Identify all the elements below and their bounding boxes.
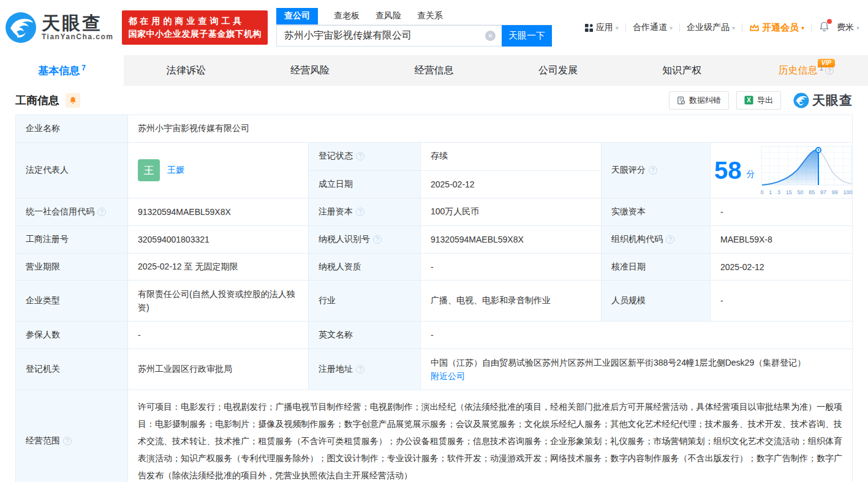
document-edit-icon bbox=[677, 96, 685, 105]
clear-search-icon[interactable]: ✕ bbox=[485, 31, 496, 41]
page-header: 天眼查 TianYanCha.com 都在用的商业查询工具 国家中小企业发展子基… bbox=[0, 0, 868, 55]
legal-rep-link[interactable]: 王媛 bbox=[167, 165, 184, 176]
export-button[interactable]: X 导出 bbox=[736, 91, 781, 110]
tab-legal-proceedings[interactable]: 法律诉讼 bbox=[124, 55, 247, 86]
tianyancha-logo[interactable]: 天眼查 TianYanCha.com bbox=[5, 12, 113, 43]
table-row: 企业类型 有限责任公司(自然人投资或控股的法人独资) 行业 广播、电视、电影和录… bbox=[16, 281, 853, 322]
tab-history-info[interactable]: VIP 历史信息 1 ? bbox=[744, 55, 868, 86]
search-button[interactable]: 天眼一下 bbox=[502, 25, 552, 47]
nav-user-menu[interactable]: 费米 ▾ bbox=[837, 22, 859, 33]
export-label: 导出 bbox=[757, 95, 773, 106]
nav-apps-label: 应用 bbox=[596, 22, 613, 33]
staff-size-label: 人员规模 bbox=[602, 281, 711, 322]
staff-size-value: - bbox=[711, 281, 853, 322]
nav-vip-label: 开通会员 bbox=[762, 22, 799, 34]
tab-label: 经营信息 bbox=[414, 64, 453, 77]
table-row: 法定代表人 王 王媛 登记状态? 存续 天眼评分? 58 分 bbox=[16, 143, 853, 171]
help-icon[interactable]: ? bbox=[649, 166, 657, 175]
help-icon[interactable]: ? bbox=[666, 235, 674, 244]
nav-enterprise-products[interactable]: 企业级产品 ▾ bbox=[687, 22, 735, 33]
taxpayer-id-label: 纳税人识别号? bbox=[309, 226, 421, 254]
insured-count-label: 参保人数 bbox=[16, 322, 128, 349]
table-row: 营业期限 2025-02-12 至 无固定期限 纳税人资质 - 核准日期 202… bbox=[16, 254, 853, 281]
reg-address-label: 注册地址? bbox=[309, 349, 421, 390]
divider bbox=[679, 23, 680, 32]
insured-count-value: - bbox=[128, 322, 309, 349]
data-correction-button[interactable]: 数据纠错 bbox=[669, 91, 729, 110]
nav-cooperation-label: 合作通道 bbox=[633, 22, 667, 33]
table-row: 经营范围? 许可项目：电影发行；电视剧发行；广播电视节目制作经营；电视剧制作；演… bbox=[16, 390, 853, 482]
industry-value: 广播、电视、电影和录音制作业 bbox=[421, 281, 602, 322]
company-name-label: 企业名称 bbox=[16, 115, 128, 143]
subscribe-bell-button[interactable] bbox=[66, 93, 80, 108]
tianyan-score-label: 天眼评分? bbox=[602, 143, 711, 198]
tab-intellectual-property[interactable]: 知识产权 bbox=[620, 55, 744, 86]
section-title: 工商信息 bbox=[15, 93, 59, 108]
search-tabs: 查公司 查老板 查风险 查关系 bbox=[276, 9, 552, 25]
svg-text:X: X bbox=[747, 97, 751, 104]
divider bbox=[742, 23, 742, 32]
tab-label: 法律诉讼 bbox=[167, 64, 206, 77]
reg-address-value: 中国（江苏）自由贸易试验区苏州片区苏州工业园区新平街388号24幢1层北侧Des… bbox=[431, 358, 806, 367]
org-code-label: 组织机构代码? bbox=[602, 226, 711, 254]
chevron-down-icon: ▾ bbox=[616, 24, 619, 31]
notifications-bell[interactable] bbox=[818, 21, 830, 34]
score-axis-ticks: 01 315 5085 9799 100 bbox=[760, 189, 853, 195]
business-term-value: 2025-02-12 至 无固定期限 bbox=[128, 254, 309, 281]
approval-date-label: 核准日期 bbox=[602, 254, 711, 281]
search-tab-company[interactable]: 查公司 bbox=[276, 8, 318, 24]
tab-business-risk[interactable]: 经营风险 bbox=[248, 55, 372, 86]
chevron-down-icon: ▾ bbox=[732, 24, 735, 31]
help-icon[interactable]: ? bbox=[373, 235, 382, 244]
help-icon[interactable]: ? bbox=[97, 208, 106, 216]
table-row: 参保人数 - 英文名称 - bbox=[16, 322, 853, 349]
bell-icon bbox=[69, 96, 77, 105]
tianyancha-logo-icon bbox=[793, 92, 809, 108]
help-icon[interactable]: ? bbox=[63, 437, 72, 445]
search-input[interactable] bbox=[276, 25, 502, 47]
search-tab-boss[interactable]: 查老板 bbox=[334, 10, 360, 24]
tab-label: 历史信息 bbox=[778, 64, 817, 77]
nav-enterprise-label: 企业级产品 bbox=[687, 22, 730, 33]
crown-icon bbox=[749, 23, 760, 32]
logo-name: 天眼查 bbox=[42, 14, 113, 32]
nav-cooperation[interactable]: 合作通道 ▾ bbox=[633, 22, 673, 33]
tab-label: 基本信息 bbox=[38, 64, 80, 78]
search-tab-relation[interactable]: 查关系 bbox=[417, 10, 443, 24]
nav-vip-upgrade[interactable]: 开通会员 ▾ bbox=[749, 22, 804, 34]
tab-company-development[interactable]: 公司发展 bbox=[496, 55, 620, 86]
help-icon[interactable]: ? bbox=[825, 66, 834, 75]
divider bbox=[811, 23, 812, 32]
business-term-label: 营业期限 bbox=[16, 254, 128, 281]
business-info-section-header: 工商信息 数据纠错 X 导出 bbox=[0, 86, 868, 115]
business-scope-label: 经营范围? bbox=[16, 390, 128, 482]
chevron-down-icon: ▾ bbox=[801, 24, 804, 31]
establish-date-value: 2025-02-12 bbox=[421, 170, 602, 198]
reg-capital-label: 注册资本? bbox=[309, 198, 421, 226]
table-row: 登记机关 苏州工业园区行政审批局 注册地址? 中国（江苏）自由贸易试验区苏州片区… bbox=[16, 349, 853, 390]
credit-code-value: 91320594MAEBL59X8X bbox=[128, 198, 309, 226]
tianyan-score-chart: 01 315 5085 9799 100 bbox=[760, 145, 853, 195]
tab-business-info[interactable]: 经营信息 bbox=[372, 55, 496, 86]
nearby-companies-link[interactable]: 附近公司 bbox=[431, 371, 465, 381]
search-tab-risk[interactable]: 查风险 bbox=[376, 10, 401, 24]
english-name-value: - bbox=[421, 322, 853, 349]
logo-domain: TianYanCha.com bbox=[42, 32, 113, 41]
nav-apps[interactable]: 应用 ▾ bbox=[584, 22, 619, 33]
taxpayer-id-value: 91320594MAEBL59X8X bbox=[421, 226, 602, 254]
approval-date-value: 2025-02-12 bbox=[711, 254, 853, 281]
paid-capital-value: - bbox=[711, 198, 853, 226]
legal-rep-avatar[interactable]: 王 bbox=[138, 159, 160, 181]
tab-basic-info[interactable]: 基本信息 7 bbox=[0, 55, 124, 86]
score-value: 58 bbox=[714, 158, 742, 183]
help-icon[interactable]: ? bbox=[356, 365, 364, 374]
reg-authority-label: 登记机关 bbox=[16, 349, 128, 390]
username: 费米 bbox=[837, 22, 854, 33]
score-unit: 分 bbox=[747, 169, 755, 180]
tab-label: 知识产权 bbox=[662, 64, 701, 77]
reg-address-cell: 中国（江苏）自由贸易试验区苏州片区苏州工业园区新平街388号24幢1层北侧Des… bbox=[421, 349, 853, 390]
help-icon[interactable]: ? bbox=[356, 208, 364, 216]
reg-number-value: 320594001803321 bbox=[128, 226, 309, 254]
help-icon[interactable]: ? bbox=[356, 152, 364, 160]
reg-status-value: 存续 bbox=[421, 143, 602, 171]
